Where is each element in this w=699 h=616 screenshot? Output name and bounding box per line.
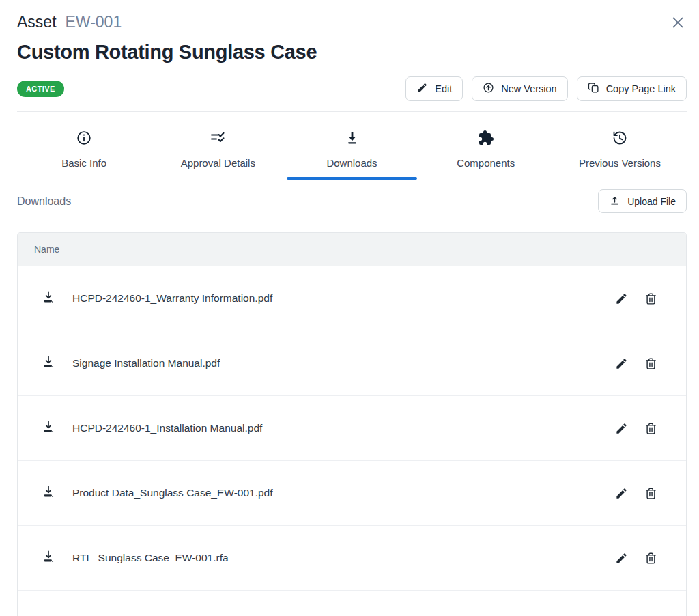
edit-button[interactable]: Edit [405, 76, 463, 101]
table-row[interactable]: RTL_Sunglass Case_EW-001.rfa [18, 526, 686, 591]
table-row-partial [18, 591, 686, 616]
edit-file-button[interactable] [614, 486, 629, 501]
file-name[interactable]: Product Data_Sunglass Case_EW-001.pdf [72, 487, 600, 499]
download-icon [344, 130, 360, 148]
file-name[interactable]: HCPD-242460-1_Warranty Information.pdf [72, 292, 600, 305]
tab-basic-info-label: Basic Info [61, 157, 106, 169]
new-version-button[interactable]: New Version [472, 76, 567, 101]
file-name[interactable]: Signage Installation Manual.pdf [72, 357, 600, 369]
trash-icon [644, 487, 657, 500]
tab-bar: Basic Info Approval Details Downloads Co… [17, 128, 687, 180]
asset-detail-panel: Asset EW-001 Custom Rotating Sunglass Ca… [0, 0, 699, 616]
file-download-icon[interactable] [41, 484, 56, 502]
list-check-icon [210, 130, 226, 148]
edit-file-button[interactable] [614, 550, 629, 566]
tab-components-label: Components [457, 157, 515, 169]
edit-pencil-icon [615, 357, 628, 370]
downloads-section-header: Downloads Upload File [17, 189, 687, 213]
tab-basic-info[interactable]: Basic Info [17, 128, 151, 180]
upload-icon [609, 195, 620, 208]
file-download-icon[interactable] [41, 549, 56, 567]
table-row[interactable]: HCPD-242460-1_Installation Manual.pdf [18, 396, 686, 461]
trash-icon [644, 357, 657, 370]
downloads-table: Name HCPD-242460-1_Warranty Information.… [17, 232, 687, 616]
tab-downloads[interactable]: Downloads [285, 128, 418, 180]
x-icon [670, 15, 685, 30]
info-circle-icon [76, 130, 92, 148]
edit-file-button[interactable] [614, 421, 629, 436]
delete-file-button[interactable] [643, 356, 659, 372]
edit-file-button[interactable] [614, 356, 629, 372]
trash-icon [644, 552, 657, 565]
puzzle-icon [478, 130, 494, 148]
status-badge: ACTIVE [17, 81, 64, 97]
tab-components[interactable]: Components [419, 128, 553, 180]
tab-approval-details-label: Approval Details [181, 157, 255, 169]
downloads-section-title: Downloads [17, 195, 71, 208]
copy-page-link-button-label: Copy Page Link [606, 83, 676, 94]
upload-file-button-label: Upload File [627, 196, 676, 207]
asset-heading: Asset EW-001 [17, 12, 122, 31]
close-button[interactable] [669, 14, 687, 31]
edit-pencil-icon [615, 292, 628, 305]
copy-icon [588, 82, 599, 96]
edit-pencil-icon [615, 487, 628, 500]
asset-label: Asset [17, 12, 57, 31]
tab-downloads-label: Downloads [326, 157, 377, 169]
table-row[interactable]: Signage Installation Manual.pdf [18, 331, 686, 396]
file-name[interactable]: HCPD-242460-1_Installation Manual.pdf [72, 422, 600, 434]
page-title: Custom Rotating Sunglass Case [17, 40, 687, 64]
tab-previous-versions[interactable]: Previous Versions [553, 128, 687, 180]
meta-row: ACTIVE Edit New Version Copy Page Link [17, 76, 687, 101]
file-download-icon[interactable] [41, 419, 56, 437]
tab-previous-versions-label: Previous Versions [579, 157, 661, 169]
arrow-up-circle-icon [483, 82, 494, 96]
new-version-button-label: New Version [501, 83, 556, 94]
table-header-name: Name [18, 233, 686, 266]
history-icon [612, 130, 628, 148]
file-download-icon[interactable] [41, 290, 56, 307]
trash-icon [644, 422, 657, 435]
asset-id: EW-001 [66, 12, 122, 31]
header-divider [17, 111, 687, 112]
edit-button-label: Edit [435, 83, 452, 94]
tab-approval-details[interactable]: Approval Details [151, 128, 285, 180]
table-row[interactable]: Product Data_Sunglass Case_EW-001.pdf [18, 461, 686, 526]
trash-icon [644, 292, 657, 305]
header: Asset EW-001 [17, 12, 687, 31]
delete-file-button[interactable] [643, 550, 659, 566]
delete-file-button[interactable] [643, 486, 659, 501]
file-download-icon[interactable] [41, 354, 56, 372]
copy-page-link-button[interactable]: Copy Page Link [577, 76, 687, 101]
action-buttons: Edit New Version Copy Page Link [405, 76, 687, 101]
pencil-icon [416, 82, 428, 96]
upload-file-button[interactable]: Upload File [598, 189, 687, 213]
table-rows: HCPD-242460-1_Warranty Information.pdf S… [18, 266, 686, 591]
delete-file-button[interactable] [643, 291, 659, 307]
file-name[interactable]: RTL_Sunglass Case_EW-001.rfa [72, 552, 600, 564]
delete-file-button[interactable] [643, 421, 659, 436]
edit-pencil-icon [615, 422, 628, 435]
edit-file-button[interactable] [614, 291, 629, 307]
edit-pencil-icon [615, 552, 628, 565]
table-row[interactable]: HCPD-242460-1_Warranty Information.pdf [18, 266, 686, 331]
